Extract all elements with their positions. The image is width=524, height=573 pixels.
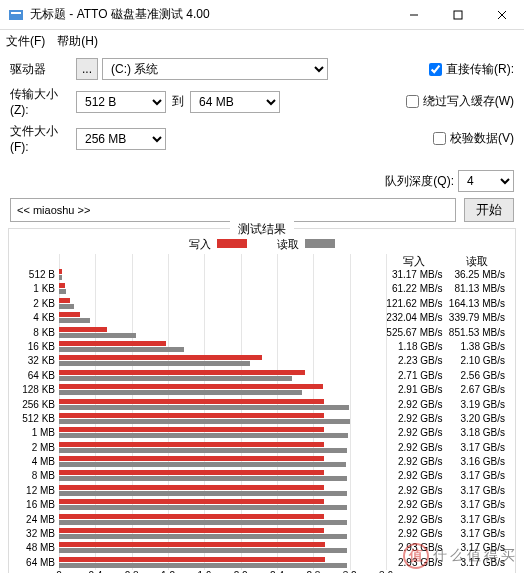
write-bar (59, 542, 325, 547)
write-value: 2.92 GB/s (386, 469, 443, 483)
bar-row (59, 484, 386, 498)
read-value: 1.38 GB/s (449, 340, 506, 354)
xfer-from-select[interactable]: 512 B (76, 91, 166, 113)
bar-row (59, 426, 386, 440)
titlebar: 无标题 - ATTO 磁盘基准测试 4.00 (0, 0, 524, 30)
legend-write: 写入 (189, 237, 247, 252)
y-axis-labels: 512 B1 KB2 KB4 KB8 KB16 KB32 KB64 KB128 … (13, 254, 59, 570)
bar-row (59, 326, 386, 340)
y-label: 2 MB (13, 441, 55, 455)
write-value: 525.67 MB/s (386, 326, 443, 340)
read-bar (59, 491, 347, 496)
read-bar (59, 390, 302, 395)
write-bar (59, 283, 65, 288)
y-label: 1 KB (13, 282, 55, 296)
write-bar (59, 327, 107, 332)
read-value: 164.13 MB/s (449, 297, 506, 311)
write-value: 2.92 GB/s (386, 412, 443, 426)
read-bar (59, 275, 62, 280)
xfer-to-select[interactable]: 64 MB (190, 91, 280, 113)
bar-row (59, 527, 386, 541)
watermark-icon: 值 (403, 543, 429, 569)
bypass-cache-checkbox[interactable]: 绕过写入缓存(W) (406, 93, 514, 110)
write-value: 2.92 GB/s (386, 484, 443, 498)
svg-rect-0 (9, 10, 23, 20)
bar-row (59, 297, 386, 311)
drive-select[interactable]: (C:) 系统 (102, 58, 328, 80)
read-value: 2.10 GB/s (449, 354, 506, 368)
y-label: 32 MB (13, 527, 55, 541)
file-size-label: 文件大小(F): (10, 123, 76, 154)
close-button[interactable] (480, 0, 524, 30)
read-bar (59, 548, 347, 553)
read-bar (59, 318, 90, 323)
drive-browse-button[interactable]: ... (76, 58, 98, 80)
read-bar (59, 448, 347, 453)
file-size-select[interactable]: 256 MB (76, 128, 166, 150)
read-bar (59, 563, 347, 568)
write-bar (59, 485, 324, 490)
bar-row (59, 513, 386, 527)
svg-rect-1 (11, 12, 21, 14)
write-value: 61.22 MB/s (386, 282, 443, 296)
y-label: 16 MB (13, 498, 55, 512)
minimize-button[interactable] (392, 0, 436, 30)
results-title: 测试结果 (230, 221, 294, 238)
read-values-column: 读取36.25 MB/s81.13 MB/s164.13 MB/s339.79 … (449, 254, 512, 570)
write-bar (59, 528, 324, 533)
read-bar (59, 534, 347, 539)
y-label: 12 MB (13, 484, 55, 498)
bar-row (59, 311, 386, 325)
bar-row (59, 455, 386, 469)
write-bar (59, 370, 305, 375)
bar-row (59, 441, 386, 455)
read-value: 3.20 GB/s (449, 412, 506, 426)
maximize-button[interactable] (436, 0, 480, 30)
read-bar (59, 419, 350, 424)
bar-row (59, 541, 386, 555)
menu-file[interactable]: 文件(F) (6, 33, 45, 50)
start-button[interactable]: 开始 (464, 198, 514, 222)
xfer-size-label: 传输大小(Z): (10, 86, 76, 117)
y-label: 64 KB (13, 369, 55, 383)
y-label: 2 KB (13, 297, 55, 311)
read-value: 3.17 GB/s (449, 441, 506, 455)
write-value: 2.92 GB/s (386, 513, 443, 527)
y-label: 8 MB (13, 469, 55, 483)
write-bar (59, 413, 324, 418)
read-value: 3.17 GB/s (449, 513, 506, 527)
chart-legend: 写入 读取 (13, 237, 511, 252)
watermark-text: 什么值得买 (433, 547, 518, 565)
svg-rect-3 (454, 11, 462, 19)
to-label: 到 (172, 93, 184, 110)
read-value: 3.19 GB/s (449, 398, 506, 412)
legend-read: 读取 (277, 237, 335, 252)
menu-help[interactable]: 帮助(H) (57, 33, 98, 50)
read-bar (59, 304, 74, 309)
bar-row (59, 498, 386, 512)
read-bar (59, 462, 346, 467)
write-value: 2.92 GB/s (386, 426, 443, 440)
bar-row (59, 383, 386, 397)
bar-row (59, 268, 386, 282)
write-value: 232.04 MB/s (386, 311, 443, 325)
y-label: 256 KB (13, 398, 55, 412)
y-label: 48 MB (13, 541, 55, 555)
queue-depth-select[interactable]: 4 (458, 170, 514, 192)
queue-depth-label: 队列深度(Q): (385, 173, 454, 190)
y-label: 4 KB (13, 311, 55, 325)
write-value: 1.18 GB/s (386, 340, 443, 354)
write-bar (59, 499, 324, 504)
verify-checkbox[interactable]: 校验数据(V) (433, 130, 514, 147)
settings-panel: 驱动器 ... (C:) 系统 直接传输(R): 传输大小(Z): 512 B … (0, 52, 524, 166)
read-bar (59, 333, 136, 338)
read-bar (59, 347, 184, 352)
bar-row (59, 398, 386, 412)
direct-io-checkbox[interactable]: 直接传输(R): (429, 61, 514, 78)
write-bar (59, 427, 324, 432)
bar-row (59, 469, 386, 483)
y-label: 64 MB (13, 556, 55, 570)
write-value: 31.17 MB/s (386, 268, 443, 282)
write-values-column: 写入31.17 MB/s61.22 MB/s121.62 MB/s232.04 … (386, 254, 449, 570)
description-field[interactable]: << miaoshu >> (10, 198, 456, 222)
